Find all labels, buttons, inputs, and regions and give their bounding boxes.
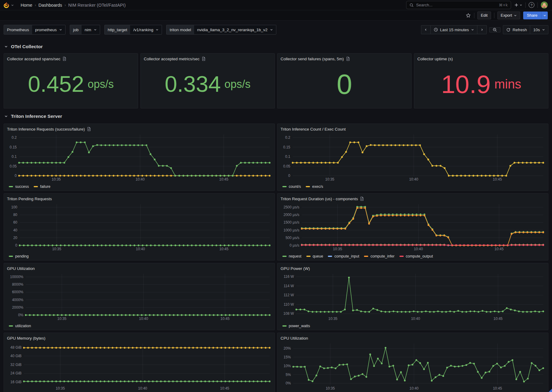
panel-description-icon[interactable] [87,127,91,131]
panel-title[interactable]: Triton Inference Requests (success/failu… [7,127,85,131]
chart-plot-area[interactable]: 02040608010010:3510:4010:45 [7,202,271,253]
help-icon[interactable]: ? [529,2,534,8]
variable-job[interactable]: jobnim [70,25,100,35]
breadcrumb-home[interactable]: Home [21,3,32,8]
variable-http-target[interactable]: http_target/v1/ranking [104,25,162,35]
section-triton-inference-server[interactable]: Triton Inference Server [4,112,548,121]
time-shift-forward-button[interactable] [477,25,487,34]
stat-unit: ops/s [224,79,251,90]
legend-item-success[interactable]: success [9,184,29,189]
chart-plot-area[interactable]: 16 GiB24 GiB32 GiB40 GiB48 GiB10:3510:40… [7,341,271,392]
chart-canvas: 00.050.10.150.210:3510:4010:45 [7,132,271,182]
legend-item-queue[interactable]: queue [306,254,323,258]
legend-item-exec-s[interactable]: exec/s [306,184,323,189]
time-range-label: Last 15 minutes [440,28,469,32]
export-button[interactable]: Export [497,12,520,19]
panel-title[interactable]: GPU Power (W) [281,266,310,271]
x-axis-label: 10:45 [220,386,229,390]
legend-item-compute-input[interactable]: compute_input [328,254,359,258]
panel-header: Triton Inference Count / Exec Count [281,126,545,132]
resize-corner-indicator[interactable] [549,389,552,392]
panel-title[interactable]: Collector accepted spans/sec [7,57,60,61]
x-axis-label: 10:45 [493,177,502,181]
share-button[interactable]: Share [523,12,541,19]
legend-item-utilization[interactable]: utilization [9,324,31,328]
panel-header: Triton Inference Requests (success/failu… [7,126,271,132]
panel-title[interactable]: Collector accepted metrics/sec [144,57,200,61]
template-variables: Prometheusprometheusjobnimhttp_target/v1… [4,25,276,35]
panel-title[interactable]: CPU Utilization [281,336,308,341]
legend-item-pending[interactable]: pending [9,254,29,258]
chart-plot-area[interactable]: 00.050.10.150.210:3510:4010:45 [7,132,271,183]
x-axis-label: 10:45 [493,386,502,390]
legend-item-request[interactable]: request [282,254,301,258]
variable-value-picker[interactable]: prometheus [32,25,65,34]
y-axis-label: 20% [284,346,291,350]
panel-description-icon[interactable] [360,197,364,201]
chart-plot-area[interactable]: 0%2000%4000%6000%8000%10000%10:3510:4010… [7,272,271,323]
variable-prometheus[interactable]: Prometheusprometheus [4,25,66,35]
variable-label: job [70,25,82,34]
legend-item-count-s[interactable]: count/s [282,184,301,189]
panel-title[interactable]: GPU Memory (bytes) [7,336,45,341]
x-axis-label: 10:40 [139,317,148,321]
chart-plot-area[interactable]: 108 W110 W112 W114 W116 W10:3510:4010:45 [281,272,545,323]
share-menu-button[interactable] [541,12,548,19]
chart-plot-area[interactable]: 0 µs/s500 µs/s1000 µs/s1500 µs/s2000 µs/… [281,202,545,253]
time-range-picker[interactable]: Last 15 minutes [431,25,477,34]
chart-canvas: 0 µs/s500 µs/s1000 µs/s1500 µs/s2000 µs/… [281,202,545,252]
x-axis-label: 10:45 [219,177,228,181]
panel-description-icon[interactable] [62,57,66,61]
panel-title[interactable]: Triton Inference Count / Exec Count [281,127,346,131]
x-axis-label: 10:35 [325,177,334,181]
stat-value: 0.334 [165,73,221,95]
panel-description-icon[interactable] [346,57,350,61]
zoom-out-button[interactable] [489,27,500,32]
legend-item-compute-infer[interactable]: compute_infer [364,254,394,258]
edit-button[interactable]: Edit [477,12,491,19]
panel-triton-inference-requests-success-failure: Triton Inference Requests (success/failu… [4,124,275,191]
y-axis-label: 0.2 [12,135,17,140]
panel-title[interactable]: Collector send failures (spans, 5m) [281,57,344,61]
avatar[interactable] [541,2,548,8]
panel-header: GPU Memory (bytes) [7,335,271,341]
breadcrumb-dashboards[interactable]: Dashboards [39,3,62,8]
y-axis-label: 114 W [284,284,294,288]
grafana-logo[interactable] [3,2,14,8]
star-icon[interactable] [466,13,471,18]
chevron-down-icon [156,28,159,31]
variable-value-picker[interactable]: nvidia_llama_3_2_nv_rerankqa_1b_v2 [194,25,276,34]
legend-item-power-watts[interactable]: power_watts [282,324,310,328]
panel-title[interactable]: Triton Pending Requests [7,197,52,201]
chart-plot-area[interactable]: 0%5%10%15%20%10:3510:4010:45 [281,341,545,392]
y-axis-label: 0.2 [285,135,290,140]
y-axis-label: 0.1 [12,154,17,159]
variable-value-picker[interactable]: nim [82,25,100,34]
section-otel-collector[interactable]: OTel Collector [4,42,548,51]
legend-label: utilization [15,324,31,328]
search-input[interactable]: Search... ⌘+k [406,1,511,9]
legend-item-failure[interactable]: failure [34,184,50,189]
panel-description-icon[interactable] [202,57,206,61]
add-button[interactable] [514,3,522,7]
panel-title[interactable]: Collector uptime (s) [417,57,453,61]
y-axis-label: 15% [284,355,291,359]
panel-header: Triton Pending Requests [7,195,271,202]
legend-label: compute_output [406,254,433,258]
refresh-button[interactable]: Refresh [503,25,530,34]
chart-plot-area[interactable]: 00.050.10.150.210:3510:4010:45 [281,132,545,183]
chevron-left-icon [424,28,427,31]
variable-value: /v1/ranking [133,28,153,32]
panel-title[interactable]: GPU Utilization [7,266,35,271]
legend-swatch [328,256,332,257]
panel-title[interactable]: Triton Request Duration (us) - component… [281,197,358,201]
chevron-down-icon [514,14,517,17]
legend-item-compute-output[interactable]: compute_output [399,254,433,258]
y-axis-label: 1500 µs/s [284,220,299,224]
divider [474,13,474,18]
breadcrumb-separator: › [35,3,36,7]
time-shift-back-button[interactable] [421,25,431,34]
variable-triton-model[interactable]: triton modelnvidia_llama_3_2_nv_rerankqa… [166,25,276,35]
refresh-interval-picker[interactable]: 10s [530,25,548,34]
variable-value-picker[interactable]: /v1/ranking [130,25,162,34]
